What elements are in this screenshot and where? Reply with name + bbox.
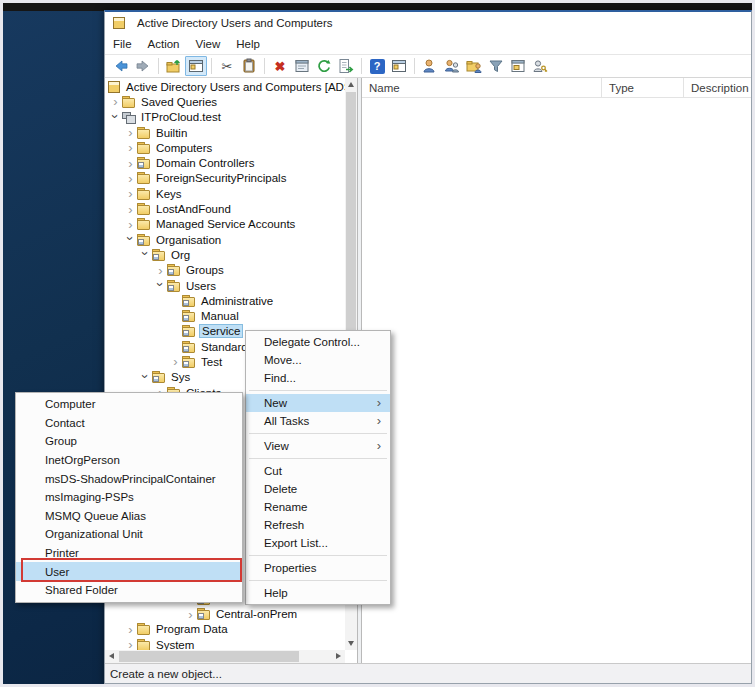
menu-item-find[interactable]: Find... [246, 369, 390, 387]
menu-separator [246, 577, 390, 584]
column-header-type[interactable]: Type [602, 78, 684, 97]
back-icon[interactable] [110, 56, 132, 76]
ou-icon [182, 310, 197, 322]
chevron-collapsed-icon[interactable] [124, 218, 137, 231]
tree-horizontal-scrollbar[interactable] [105, 650, 345, 663]
help-icon[interactable]: ? [366, 56, 388, 76]
tree-item-manual[interactable]: Manual [105, 308, 345, 323]
refresh-icon[interactable] [313, 56, 335, 76]
chevron-collapsed-icon[interactable] [124, 623, 137, 636]
column-header-name[interactable]: Name [362, 78, 602, 97]
menu-item-new[interactable]: New [246, 394, 390, 412]
view-options-icon[interactable] [507, 56, 529, 76]
tree-item-foreign-security-principals[interactable]: ForeignSecurityPrincipals [105, 171, 345, 186]
chevron-collapsed-icon[interactable] [154, 264, 167, 277]
chevron-collapsed-icon[interactable] [124, 141, 137, 154]
submenu-item-msimaging-psps[interactable]: msImaging-PSPs [16, 488, 242, 507]
column-header-description[interactable]: Description [684, 78, 751, 97]
menu-item-delete[interactable]: Delete [246, 480, 390, 498]
menu-action[interactable]: Action [140, 36, 188, 52]
menu-item-properties[interactable]: Properties [246, 559, 390, 577]
menu-view[interactable]: View [188, 36, 229, 52]
scroll-right-icon[interactable] [336, 653, 341, 659]
tree-item-central-onprem[interactable]: Central-onPrem [105, 607, 345, 622]
chevron-collapsed-icon[interactable] [124, 187, 137, 200]
menu-item-refresh[interactable]: Refresh [246, 516, 390, 534]
tree-item-builtin[interactable]: Builtin [105, 125, 345, 140]
horizontal-scroll-thumb[interactable] [119, 651, 299, 662]
ou-icon [152, 371, 167, 383]
scroll-left-icon[interactable] [109, 653, 114, 659]
forward-icon[interactable] [132, 56, 154, 76]
chevron-expanded-icon[interactable] [124, 233, 137, 246]
menu-item-rename[interactable]: Rename [246, 498, 390, 516]
chevron-collapsed-icon[interactable] [124, 638, 137, 650]
chevron-collapsed-icon[interactable] [124, 172, 137, 185]
tree-item-computers[interactable]: Computers [105, 140, 345, 155]
tree-item-system[interactable]: System [105, 637, 345, 650]
tree-item-lost-and-found[interactable]: LostAndFound [105, 201, 345, 216]
tree-item-domain-controllers[interactable]: Domain Controllers [105, 155, 345, 170]
menu-item-cut[interactable]: Cut [246, 462, 390, 480]
delete-icon[interactable]: ✖ [269, 56, 291, 76]
folder-icon [137, 172, 152, 184]
set-password-icon[interactable] [529, 56, 551, 76]
menu-separator [246, 455, 390, 462]
tree-item-root[interactable]: Active Directory Users and Computers [AD… [105, 79, 345, 94]
add-to-group-icon[interactable] [463, 56, 485, 76]
toolbar-separator [158, 58, 159, 74]
submenu-item-computer[interactable]: Computer [16, 395, 242, 414]
chevron-collapsed-icon[interactable] [124, 157, 137, 170]
scroll-down-icon[interactable] [348, 641, 354, 646]
chevron-expanded-icon[interactable] [154, 279, 167, 292]
new-user-icon[interactable] [419, 56, 441, 76]
chevron-collapsed-icon[interactable] [184, 608, 197, 621]
tree-item-keys[interactable]: Keys [105, 186, 345, 201]
show-console-tree-icon[interactable] [185, 56, 207, 76]
chevron-expanded-icon[interactable] [139, 248, 152, 261]
title-bar[interactable]: Active Directory Users and Computers [105, 12, 751, 34]
export-list-icon[interactable] [335, 56, 357, 76]
menu-file[interactable]: File [105, 36, 140, 52]
console-window-icon[interactable] [388, 56, 410, 76]
new-group-icon[interactable] [441, 56, 463, 76]
menu-help[interactable]: Help [228, 36, 268, 52]
cut-icon[interactable]: ✂ [216, 56, 238, 76]
submenu-item-inetorgperson[interactable]: InetOrgPerson [16, 451, 242, 470]
tree-item-domain[interactable]: ITProCloud.test [105, 110, 345, 125]
menu-item-move[interactable]: Move... [246, 351, 390, 369]
filter-icon[interactable] [485, 56, 507, 76]
submenu-item-msmq-queue-alias[interactable]: MSMQ Queue Alias [16, 507, 242, 526]
up-one-level-icon[interactable] [163, 56, 185, 76]
tree-item-saved-queries[interactable]: Saved Queries [105, 94, 345, 109]
tree-item-organisation[interactable]: Organisation [105, 232, 345, 247]
menu-item-all-tasks[interactable]: All Tasks [246, 412, 390, 430]
chevron-collapsed-icon[interactable] [124, 203, 137, 216]
tree-item-org[interactable]: Org [105, 247, 345, 262]
tree-item-program-data[interactable]: Program Data [105, 622, 345, 637]
menu-item-delegate-control[interactable]: Delegate Control... [246, 333, 390, 351]
list-body-empty[interactable] [362, 98, 751, 663]
menu-item-help[interactable]: Help [246, 584, 390, 602]
chevron-expanded-icon[interactable] [109, 111, 122, 124]
tree-item-users[interactable]: Users [105, 278, 345, 293]
submenu-item-group[interactable]: Group [16, 432, 242, 451]
submenu-item-msds-shadowprincipalcontainer[interactable]: msDS-ShadowPrincipalContainer [16, 469, 242, 488]
tree-item-administrative[interactable]: Administrative [105, 293, 345, 308]
tree-item-groups[interactable]: Groups [105, 263, 345, 278]
chevron-collapsed-icon[interactable] [124, 126, 137, 139]
menu-item-export-list[interactable]: Export List... [246, 534, 390, 552]
paste-icon[interactable] [238, 56, 260, 76]
chevron-collapsed-icon[interactable] [109, 95, 122, 108]
chevron-collapsed-icon[interactable] [169, 355, 182, 368]
menu-item-view[interactable]: View [246, 437, 390, 455]
properties-icon[interactable] [291, 56, 313, 76]
submenu-item-shared-folder[interactable]: Shared Folder [16, 581, 242, 600]
domain-icon [122, 111, 137, 123]
submenu-item-organizational-unit[interactable]: Organizational Unit [16, 525, 242, 544]
chevron-expanded-icon[interactable] [139, 371, 152, 384]
ou-icon [182, 295, 197, 307]
submenu-item-contact[interactable]: Contact [16, 414, 242, 433]
tree-item-managed-service-accounts[interactable]: Managed Service Accounts [105, 217, 345, 232]
scroll-up-icon[interactable] [348, 82, 354, 87]
